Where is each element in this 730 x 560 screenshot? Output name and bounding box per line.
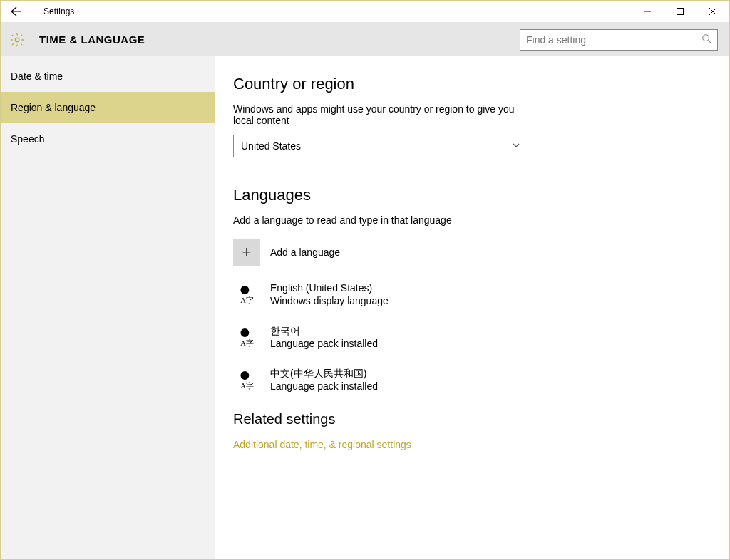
- language-item[interactable]: A字 English (United States) Windows displ…: [233, 281, 704, 308]
- chevron-down-icon: [512, 141, 520, 152]
- sidebar-item-label: Date & time: [11, 71, 63, 82]
- gear-icon: [9, 32, 25, 48]
- language-icon: A字: [233, 367, 260, 394]
- country-section-title: Country or region: [233, 75, 704, 93]
- languages-section-title: Languages: [233, 186, 704, 204]
- sidebar-item-date-time[interactable]: Date & time: [1, 61, 215, 92]
- header: TIME & LANGUAGE: [1, 22, 729, 56]
- window-controls: [631, 1, 729, 22]
- sidebar-item-region-language[interactable]: Region & language: [1, 92, 215, 123]
- back-button[interactable]: [1, 1, 29, 22]
- language-sub: Windows display language: [270, 294, 389, 307]
- search-icon: [701, 33, 711, 46]
- language-name: 한국어: [270, 324, 378, 337]
- related-link[interactable]: Additional date, time, & regional settin…: [233, 439, 704, 450]
- language-icon: A字: [233, 281, 260, 308]
- minimize-button[interactable]: [631, 1, 664, 22]
- add-language-label: Add a language: [270, 247, 340, 258]
- arrow-left-icon: [9, 6, 21, 17]
- window-title: Settings: [43, 6, 74, 16]
- add-language-button[interactable]: + Add a language: [233, 239, 704, 266]
- sidebar-item-label: Speech: [11, 133, 44, 145]
- svg-text:A字: A字: [240, 338, 254, 347]
- svg-point-2: [703, 35, 709, 41]
- language-sub: Language pack installed: [270, 380, 378, 393]
- country-section-desc: Windows and apps might use your country …: [233, 103, 533, 126]
- svg-rect-0: [677, 9, 684, 15]
- sidebar: Date & time Region & language Speech: [1, 56, 215, 559]
- maximize-button[interactable]: [664, 1, 696, 22]
- plus-icon: +: [233, 239, 260, 266]
- page-section-title: TIME & LANGUAGE: [39, 33, 145, 46]
- svg-point-1: [15, 38, 19, 42]
- sidebar-item-speech[interactable]: Speech: [1, 123, 215, 155]
- sidebar-item-label: Region & language: [11, 102, 96, 113]
- content-area: Country or region Windows and apps might…: [215, 56, 729, 559]
- svg-text:A字: A字: [240, 296, 254, 304]
- svg-text:A字: A字: [240, 381, 254, 390]
- language-name: 中文(中华人民共和国): [270, 367, 378, 380]
- titlebar: Settings: [1, 1, 729, 22]
- language-sub: Language pack installed: [270, 337, 378, 350]
- language-item[interactable]: A字 한국어 Language pack installed: [233, 324, 704, 351]
- search-input[interactable]: [526, 34, 701, 46]
- country-dropdown[interactable]: United States: [233, 135, 528, 157]
- search-box[interactable]: [520, 29, 718, 51]
- close-button[interactable]: [696, 1, 729, 22]
- language-name: English (United States): [270, 281, 389, 294]
- language-item[interactable]: A字 中文(中华人民共和国) Language pack installed: [233, 367, 704, 394]
- language-icon: A字: [233, 324, 260, 351]
- related-section-title: Related settings: [233, 411, 704, 427]
- languages-section-desc: Add a language to read and type in that …: [233, 214, 533, 226]
- country-selected: United States: [241, 140, 301, 152]
